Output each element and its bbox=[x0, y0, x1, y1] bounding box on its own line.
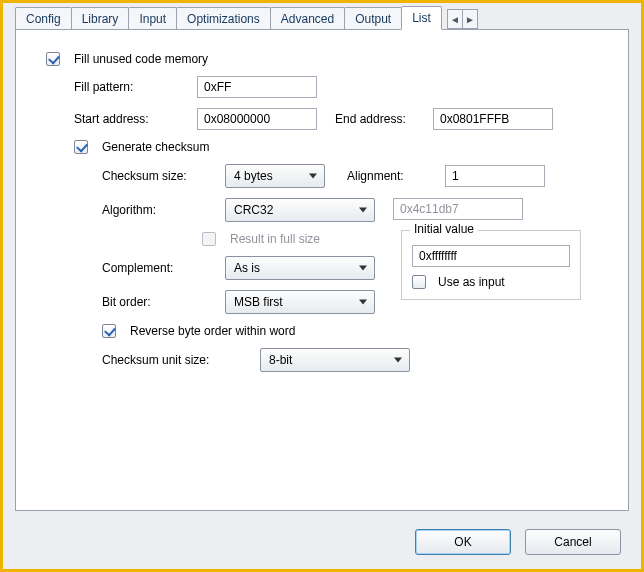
complement-select[interactable]: As is bbox=[225, 256, 375, 280]
fill-unused-checkbox[interactable] bbox=[46, 52, 60, 66]
unit-size-label: Checksum unit size: bbox=[102, 353, 252, 367]
initial-value-title: Initial value bbox=[410, 222, 478, 236]
checksum-size-row: Checksum size: 4 bytes Alignment: bbox=[102, 164, 610, 188]
generate-checksum-checkbox[interactable] bbox=[74, 140, 88, 154]
ok-button[interactable]: OK bbox=[415, 529, 511, 555]
bit-order-value: MSB first bbox=[234, 295, 283, 309]
start-address-input[interactable] bbox=[197, 108, 317, 130]
algorithm-right-col: Initial value Use as input bbox=[393, 198, 581, 300]
tab-scroll: ◄ ► bbox=[447, 9, 477, 29]
tab-scroll-left[interactable]: ◄ bbox=[447, 9, 463, 29]
tab-input[interactable]: Input bbox=[128, 7, 177, 29]
alignment-input[interactable] bbox=[445, 165, 545, 187]
panel-content: Fill unused code memory Fill pattern: St… bbox=[15, 29, 629, 511]
tab-strip: Config Library Input Optimizations Advan… bbox=[3, 3, 641, 29]
reverse-row: Reverse byte order within word bbox=[102, 324, 610, 338]
algorithm-row: Algorithm: CRC32 bbox=[102, 198, 375, 222]
tab-list[interactable]: List bbox=[401, 6, 442, 30]
complement-label: Complement: bbox=[102, 261, 217, 275]
reverse-checkbox[interactable] bbox=[102, 324, 116, 338]
end-address-input[interactable] bbox=[433, 108, 553, 130]
reverse-label: Reverse byte order within word bbox=[130, 324, 295, 338]
algorithm-select[interactable]: CRC32 bbox=[225, 198, 375, 222]
tab-config[interactable]: Config bbox=[15, 7, 72, 29]
start-address-label: Start address: bbox=[74, 112, 189, 126]
result-full-checkbox bbox=[202, 232, 216, 246]
result-full-row: Result in full size bbox=[202, 232, 375, 246]
dialog-button-row: OK Cancel bbox=[3, 519, 641, 569]
fill-unused-row: Fill unused code memory bbox=[46, 52, 610, 66]
unit-size-row: Checksum unit size: 8-bit bbox=[102, 348, 610, 372]
end-address-label: End address: bbox=[335, 112, 425, 126]
unit-size-select[interactable]: 8-bit bbox=[260, 348, 410, 372]
address-row: Start address: End address: bbox=[74, 108, 610, 130]
fill-pattern-label: Fill pattern: bbox=[74, 80, 189, 94]
complement-row: Complement: As is bbox=[102, 256, 375, 280]
generate-checksum-row: Generate checksum bbox=[74, 140, 610, 154]
checksum-size-value: 4 bytes bbox=[234, 169, 273, 183]
algorithm-block: Algorithm: CRC32 Result in full size Com… bbox=[102, 198, 610, 314]
cancel-button-label: Cancel bbox=[554, 535, 591, 549]
complement-value: As is bbox=[234, 261, 260, 275]
use-as-input-label: Use as input bbox=[438, 275, 505, 289]
tab-library[interactable]: Library bbox=[71, 7, 130, 29]
bit-order-select[interactable]: MSB first bbox=[225, 290, 375, 314]
checksum-size-label: Checksum size: bbox=[102, 169, 217, 183]
algorithm-label: Algorithm: bbox=[102, 203, 217, 217]
tab-optimizations[interactable]: Optimizations bbox=[176, 7, 271, 29]
algorithm-left-col: Algorithm: CRC32 Result in full size Com… bbox=[102, 198, 375, 314]
ok-button-label: OK bbox=[454, 535, 471, 549]
initial-value-input[interactable] bbox=[412, 245, 570, 267]
tab-scroll-right[interactable]: ► bbox=[462, 9, 478, 29]
chevron-left-icon: ◄ bbox=[450, 14, 460, 25]
tab-output[interactable]: Output bbox=[344, 7, 402, 29]
initial-value-group: Initial value Use as input bbox=[401, 230, 581, 300]
fill-pattern-row: Fill pattern: bbox=[74, 76, 610, 98]
fill-pattern-input[interactable] bbox=[197, 76, 317, 98]
generate-checksum-label: Generate checksum bbox=[102, 140, 209, 154]
dialog-frame: Config Library Input Optimizations Advan… bbox=[0, 0, 644, 572]
bit-order-label: Bit order: bbox=[102, 295, 217, 309]
fill-unused-label: Fill unused code memory bbox=[74, 52, 208, 66]
use-as-input-checkbox[interactable] bbox=[412, 275, 426, 289]
polynomial-input bbox=[393, 198, 523, 220]
chevron-right-icon: ► bbox=[465, 14, 475, 25]
bit-order-row: Bit order: MSB first bbox=[102, 290, 375, 314]
tab-advanced[interactable]: Advanced bbox=[270, 7, 345, 29]
use-as-input-row: Use as input bbox=[412, 275, 570, 289]
result-full-label: Result in full size bbox=[230, 232, 320, 246]
alignment-label: Alignment: bbox=[347, 169, 437, 183]
unit-size-value: 8-bit bbox=[269, 353, 292, 367]
checksum-size-select[interactable]: 4 bytes bbox=[225, 164, 325, 188]
cancel-button[interactable]: Cancel bbox=[525, 529, 621, 555]
algorithm-value: CRC32 bbox=[234, 203, 273, 217]
